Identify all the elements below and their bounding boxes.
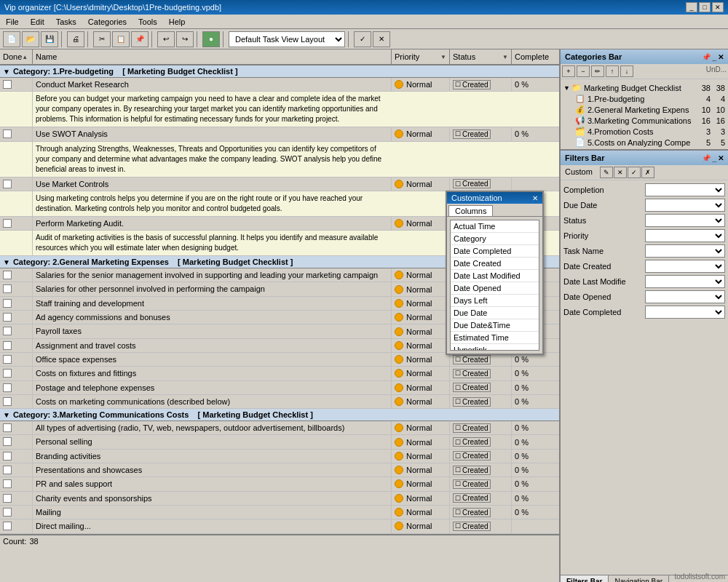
list-item[interactable]: Category (451, 233, 539, 245)
priority-sort-icon[interactable]: ▼ (440, 54, 446, 60)
list-item[interactable]: Date Completed (451, 245, 539, 258)
new-button[interactable]: 📄 (3, 31, 20, 47)
list-item[interactable]: Hyperlink (451, 344, 539, 351)
menu-categories[interactable]: Categories (82, 16, 132, 28)
tree-add-btn[interactable]: + (562, 65, 575, 77)
close-button[interactable]: ✕ (712, 2, 724, 12)
layout-dropdown[interactable]: Default Task View Layout (229, 31, 345, 47)
task-done-1[interactable] (0, 78, 33, 91)
task-done-3[interactable] (0, 178, 33, 191)
filter-new-btn[interactable]: ✎ (600, 167, 613, 178)
filters-bar-min-icon[interactable]: _ (712, 154, 716, 162)
table-row: Conduct Market Research Normal ☐Created … (0, 78, 559, 92)
checkbox-3[interactable] (3, 180, 12, 188)
category-row-3[interactable]: ▼ Category: 3.Marketing Communications C… (0, 409, 559, 421)
filter-clear-btn[interactable]: ✗ (641, 167, 654, 178)
open-button[interactable]: 📂 (22, 31, 39, 47)
cancel-layout-button[interactable]: ✕ (373, 31, 390, 47)
tab-navigation-bar[interactable]: Navigation Bar (609, 575, 669, 582)
toolbar-sep2 (87, 31, 90, 47)
category-row-1[interactable]: ▼ Category: 1.Pre-budgeting [ Marketing … (0, 65, 559, 78)
paste-button[interactable]: 📌 (131, 31, 149, 47)
priority-dot-1 (395, 80, 403, 89)
cat-bar-close-icon[interactable]: ✕ (718, 53, 724, 61)
tree-item4-label: 4.Promotion Costs (587, 127, 696, 136)
list-item[interactable]: Estimated Time (451, 332, 539, 344)
filter-label-dateopened: Date Opened (563, 292, 611, 301)
list-item[interactable]: Date Last Modified (451, 270, 539, 282)
print-button[interactable]: 🖨 (67, 31, 84, 47)
table-row: Use SWOT Analysis Normal ☐Created 0 % (0, 127, 559, 141)
checkbox-1[interactable] (3, 80, 12, 89)
menu-edit[interactable]: Edit (25, 16, 50, 28)
filter-dropdown-datecreated[interactable] (645, 260, 725, 273)
cat-bar-pin-icon[interactable]: 📌 (702, 53, 711, 61)
tree-item-3[interactable]: 📢 3.Marketing Communications 16 16 (574, 115, 727, 126)
toolbar-sep6 (348, 31, 351, 47)
tree-del-btn[interactable]: − (577, 65, 590, 77)
tree-item-5[interactable]: 📄 5.Costs on Analyzing Compe 5 5 (574, 137, 727, 148)
menu-tools[interactable]: Tools (132, 16, 163, 28)
done-sort-icon[interactable]: ▲ (22, 54, 28, 60)
filter-dropdown-priority[interactable] (645, 229, 725, 242)
save-button[interactable]: 💾 (41, 31, 58, 47)
task-note-1: Before you can budget your marketing cam… (33, 92, 392, 127)
menu-help[interactable]: Help (163, 16, 191, 28)
table-row: Before you can budget your marketing cam… (0, 92, 559, 127)
undo-button[interactable]: ↩ (157, 31, 175, 47)
task-status-2[interactable]: ☐Created (450, 127, 512, 140)
menu-file[interactable]: File (0, 16, 25, 28)
checkbox-4[interactable] (3, 219, 12, 228)
filter-dropdown-datelastmod[interactable] (645, 275, 725, 288)
tree-up-btn[interactable]: ↑ (606, 65, 619, 77)
list-item[interactable]: Due Date&Time (451, 319, 539, 332)
status-sort-icon[interactable]: ▼ (502, 54, 508, 60)
task-status-3[interactable]: ☐Created (450, 178, 512, 191)
filter-dropdown-status[interactable] (645, 214, 725, 227)
filter-apply-btn[interactable]: ✓ (628, 167, 641, 178)
filter-dropdown-taskname[interactable] (645, 244, 725, 258)
redo-button[interactable]: ↪ (176, 31, 194, 47)
task-status-1[interactable]: ☐Created (450, 78, 512, 91)
green-button[interactable]: ● (202, 31, 220, 47)
task-done-2[interactable] (0, 127, 33, 140)
priority-dot-4 (395, 219, 403, 228)
tree-item-4[interactable]: 🗂️ 4.Promotion Costs 3 3 (574, 126, 727, 137)
cat-expand-3[interactable]: ▼ (3, 411, 10, 419)
task-done-4[interactable] (0, 217, 33, 230)
table-row: Charity events and sponsorships Normal ☐… (0, 492, 559, 506)
dialog-close-button[interactable]: ✕ (532, 194, 538, 202)
tree-root[interactable]: ▼ 📁 Marketing Budget Checklist 38 38 (562, 82, 727, 93)
list-item[interactable]: Actual Time (451, 220, 539, 233)
list-item[interactable]: Due Date (451, 307, 539, 319)
cat-expand-1[interactable]: ▼ (3, 68, 10, 76)
dialog-tab-columns[interactable]: Columns (448, 205, 493, 216)
copy-button[interactable]: 📋 (112, 31, 130, 47)
menu-tasks[interactable]: Tasks (50, 16, 82, 28)
filter-dropdown-datecompleted[interactable] (645, 306, 725, 319)
tree-edit-btn[interactable]: ✏ (591, 65, 604, 77)
cat-bar-min-icon[interactable]: _ (712, 53, 716, 61)
tree-root-expand-icon[interactable]: ▼ (563, 84, 570, 92)
tab-filters-bar[interactable]: Filters Bar (561, 575, 609, 582)
list-item[interactable]: Date Opened (451, 282, 539, 295)
list-item[interactable]: Date Created (451, 258, 539, 270)
maximize-button[interactable]: □ (699, 2, 711, 12)
filter-row-duedate: Due Date (563, 199, 725, 212)
tree-item-1[interactable]: 📋 1.Pre-budgeting 4 4 (574, 93, 727, 104)
tree-item-2[interactable]: 💰 2.General Marketing Expens 10 10 (574, 104, 727, 115)
tree-dn-btn[interactable]: ↓ (620, 65, 633, 77)
filter-dropdown-completion[interactable] (645, 183, 725, 196)
filters-bar-pin-icon[interactable]: 📌 (702, 154, 711, 162)
cat-expand-2[interactable]: ▼ (3, 258, 10, 266)
filter-dropdown-duedate[interactable] (645, 199, 725, 212)
apply-button[interactable]: ✓ (354, 31, 371, 47)
filters-bar-close-icon[interactable]: ✕ (718, 154, 724, 162)
filter-dropdown-dateopened[interactable] (645, 290, 725, 303)
cut-button[interactable]: ✂ (93, 31, 111, 47)
checkbox-2[interactable] (3, 129, 12, 138)
dialog-column-list[interactable]: Actual Time Category Date Completed Date… (450, 220, 539, 351)
list-item[interactable]: Days Left (451, 295, 539, 307)
minimize-button[interactable]: _ (686, 2, 697, 12)
filter-del-btn[interactable]: ✕ (614, 167, 627, 178)
